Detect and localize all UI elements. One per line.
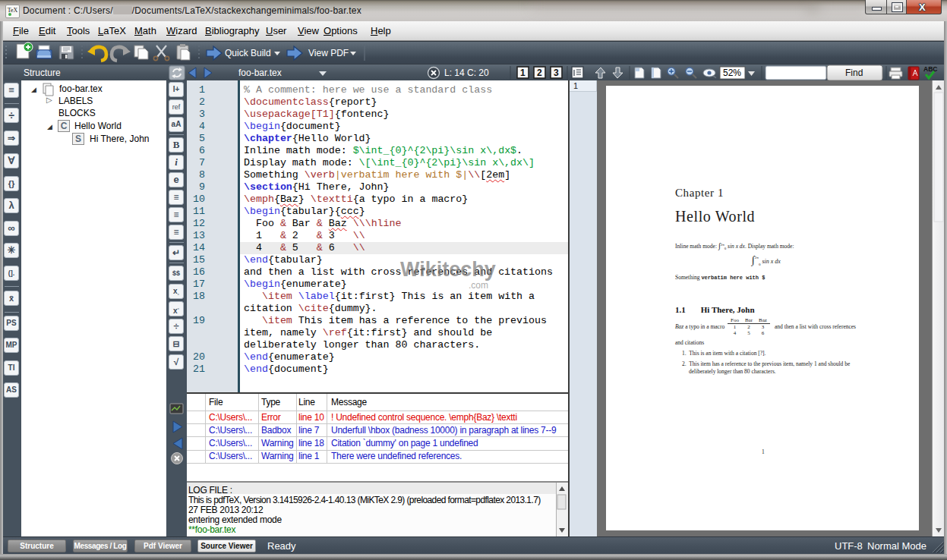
- svg-text:Structure: Structure: [24, 68, 61, 78]
- svg-text:3: 3: [554, 68, 559, 78]
- svg-text:1: 1: [520, 68, 526, 78]
- svg-text:foo-bar.tex: foo-bar.tex: [238, 68, 282, 78]
- svg-text:Quick Build: Quick Build: [225, 48, 271, 58]
- svg-text:2: 2: [537, 68, 542, 78]
- svg-text:L: 14 C: 20: L: 14 C: 20: [444, 68, 489, 78]
- svg-text:ABC: ABC: [923, 65, 937, 73]
- svg-text:52%: 52%: [723, 68, 741, 78]
- svg-text:Find: Find: [845, 68, 863, 78]
- svg-text:View PDF: View PDF: [308, 48, 349, 58]
